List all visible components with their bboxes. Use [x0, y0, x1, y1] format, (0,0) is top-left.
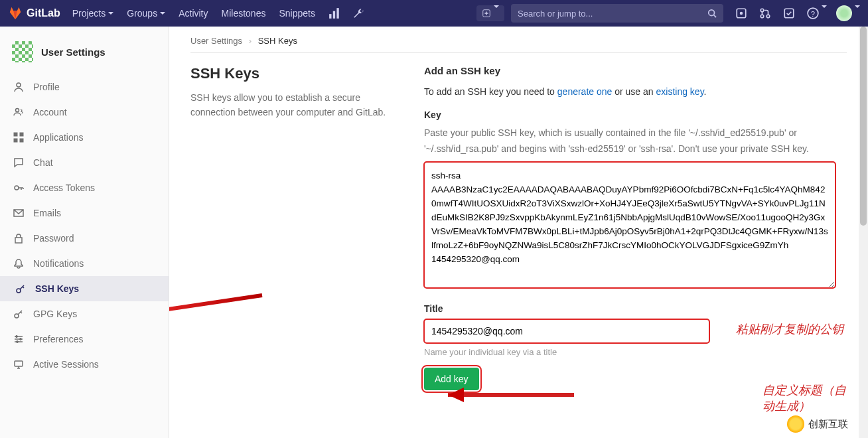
svg-point-26	[17, 341, 19, 343]
issues-icon[interactable]	[735, 7, 747, 19]
sidebar-item-chat[interactable]: Chat	[0, 150, 169, 175]
svg-rect-27	[15, 361, 23, 366]
key-label: Key	[424, 110, 847, 120]
sidebar-item-active-sessions[interactable]: Active Sessions	[0, 352, 169, 377]
new-dropdown[interactable]	[476, 5, 504, 21]
gitlab-logo[interactable]: GitLab	[8, 6, 60, 21]
link-generate-one[interactable]: generate one	[557, 86, 613, 97]
chart-icon[interactable]	[328, 7, 340, 19]
main-content: User Settings › SSH Keys SSH Keys SSH ke…	[169, 27, 868, 438]
svg-point-4	[709, 10, 715, 16]
bell-icon	[13, 258, 24, 269]
sidebar-item-password[interactable]: Password	[0, 226, 169, 251]
svg-text:?: ?	[811, 10, 815, 18]
page-desc: SSH keys allow you to establish a secure…	[190, 90, 396, 120]
wrench-icon[interactable]	[352, 7, 364, 19]
svg-rect-2	[336, 8, 338, 19]
svg-point-9	[766, 15, 770, 18]
todos-icon[interactable]	[783, 7, 795, 19]
profile-icon	[13, 82, 24, 92]
search-icon	[707, 9, 717, 18]
svg-point-7	[760, 9, 764, 12]
user-avatar[interactable]	[836, 5, 852, 21]
sidebar-header: User Settings	[0, 35, 169, 74]
sidebar-item-applications[interactable]: Applications	[0, 125, 169, 150]
scrollbar-thumb[interactable]	[860, 27, 867, 226]
lock-icon	[13, 233, 24, 244]
breadcrumb: User Settings › SSH Keys	[190, 36, 847, 46]
nav-snippets[interactable]: Snippets	[279, 8, 315, 19]
sidebar-item-notifications[interactable]: Notifications	[0, 251, 169, 276]
scrollbar[interactable]	[859, 27, 868, 438]
svg-point-19	[15, 186, 19, 190]
nav-activity[interactable]: Activity	[179, 8, 208, 19]
svg-rect-18	[20, 139, 23, 142]
key-textarea[interactable]	[424, 162, 835, 288]
nav-milestones[interactable]: Milestones	[222, 8, 266, 19]
key-icon	[15, 283, 26, 294]
nav-groups[interactable]: Groups	[127, 8, 165, 19]
account-icon	[13, 107, 24, 117]
help-icon: ?	[807, 7, 819, 19]
svg-point-14	[16, 109, 19, 112]
nav-projects[interactable]: Projects	[72, 8, 114, 19]
sidebar-item-gpg-keys[interactable]: GPG Keys	[0, 301, 169, 327]
title-input[interactable]	[424, 319, 709, 343]
sidebar-item-ssh-keys[interactable]: SSH Keys	[0, 276, 169, 301]
sidebar-item-preferences[interactable]: Preferences	[0, 327, 169, 352]
sidebar-item-emails[interactable]: Emails	[0, 200, 169, 226]
annotation-key: 粘贴刚才复制的公钥	[736, 321, 843, 337]
breadcrumb-root[interactable]: User Settings	[190, 36, 242, 46]
search-input[interactable]	[518, 9, 707, 19]
sessions-icon	[13, 359, 24, 370]
sidebar-title: User Settings	[41, 46, 106, 58]
svg-point-13	[17, 83, 21, 87]
email-icon	[13, 208, 24, 218]
merge-request-icon[interactable]	[759, 7, 771, 19]
svg-rect-21	[15, 238, 22, 243]
svg-point-25	[20, 338, 22, 340]
link-existing-key[interactable]: existing key	[656, 86, 704, 97]
svg-point-24	[16, 336, 18, 338]
sidebar-item-access-tokens[interactable]: Access Tokens	[0, 175, 169, 200]
title-help: Name your individual key via a title	[424, 347, 847, 357]
title-label: Title	[424, 303, 847, 314]
gitlab-icon	[8, 6, 23, 21]
form-intro: To add an SSH key you need to generate o…	[424, 84, 847, 100]
user-identicon	[12, 41, 33, 62]
divider	[190, 52, 847, 53]
svg-rect-16	[20, 133, 23, 136]
key-icon	[13, 309, 24, 319]
sidebar-item-account[interactable]: Account	[0, 100, 169, 125]
preferences-icon	[13, 334, 24, 344]
sidebar-item-profile[interactable]: Profile	[0, 74, 169, 100]
svg-rect-17	[14, 139, 17, 142]
search-box[interactable]	[511, 4, 723, 23]
svg-rect-0	[329, 14, 331, 19]
help-dropdown[interactable]: ?	[807, 7, 827, 19]
svg-rect-15	[14, 133, 17, 136]
key-hint: Paste your public SSH key, which is usua…	[424, 125, 847, 157]
applications-icon	[13, 132, 24, 143]
annotation-title: 自定义标题（自动生成）	[762, 382, 847, 414]
token-icon	[13, 183, 24, 193]
brand-text: GitLab	[27, 7, 60, 19]
breadcrumb-current: SSH Keys	[258, 36, 297, 46]
plus-icon	[482, 9, 491, 18]
svg-point-6	[740, 12, 743, 15]
svg-rect-1	[333, 11, 335, 19]
page-description: SSH Keys SSH keys allow you to establish…	[190, 65, 396, 390]
add-key-form: Add an SSH key To add an SSH key you nee…	[424, 65, 847, 390]
chat-icon	[13, 157, 24, 168]
sidebar: User Settings Profile Account Applicatio…	[0, 27, 169, 438]
form-heading: Add an SSH key	[424, 65, 847, 76]
svg-point-8	[760, 15, 764, 18]
add-key-button[interactable]: Add key	[424, 368, 479, 390]
breadcrumb-separator: ›	[249, 36, 252, 46]
page-title: SSH Keys	[190, 65, 396, 82]
top-header: GitLab Projects Groups Activity Mileston…	[0, 0, 868, 27]
